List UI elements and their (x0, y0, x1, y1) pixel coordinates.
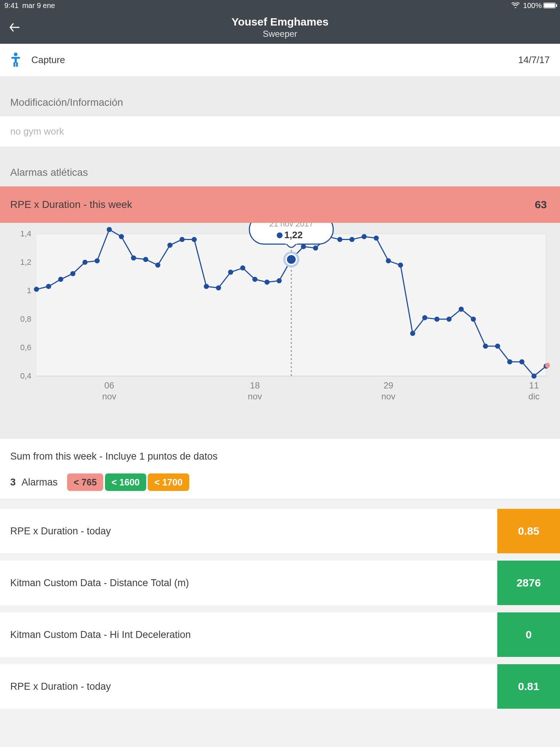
svg-point-0 (14, 53, 18, 56)
metric-row[interactable]: Kitman Custom Data - Hi Int Deceleration… (0, 612, 560, 657)
section-alarmas-header: Alarmas atléticas (0, 147, 560, 186)
svg-point-42 (252, 277, 257, 282)
svg-point-64 (519, 359, 524, 364)
metric-label: RPE x Duration - today (0, 664, 497, 709)
metric-value: 0.81 (497, 664, 560, 709)
header: Yousef Emghames Sweeper (0, 11, 560, 44)
svg-text:0,6: 0,6 (20, 343, 31, 352)
chart-container: 0,40,60,811,21,406nov18nov29nov11dic21 n… (0, 223, 560, 438)
summary-text: Sum from this week - Incluye 1 puntos de… (10, 451, 550, 462)
svg-point-49 (337, 237, 342, 242)
svg-rect-4 (16, 62, 18, 67)
svg-point-26 (58, 277, 63, 282)
svg-point-56 (422, 315, 427, 320)
alarm-header-row[interactable]: RPE x Duration - this week 63 (0, 186, 560, 223)
back-button[interactable] (7, 19, 23, 35)
svg-text:0,4: 0,4 (20, 371, 31, 380)
svg-text:dic: dic (528, 391, 540, 401)
statusbar-time: 9:41 (4, 1, 19, 10)
svg-point-44 (277, 278, 282, 283)
svg-point-30 (107, 227, 112, 232)
svg-point-52 (374, 236, 379, 241)
svg-point-53 (386, 258, 391, 263)
svg-rect-71 (285, 242, 297, 244)
svg-text:nov: nov (248, 391, 262, 401)
battery-indicator: 100% (523, 1, 556, 10)
svg-point-73 (277, 232, 283, 238)
battery-icon (543, 3, 556, 8)
svg-point-58 (447, 317, 452, 322)
svg-text:1,22: 1,22 (284, 229, 303, 240)
statusbar-date: mar 9 ene (22, 1, 55, 10)
svg-point-32 (131, 255, 136, 260)
svg-point-55 (410, 331, 415, 336)
metric-row[interactable]: RPE x Duration - today0.81 (0, 664, 560, 709)
note-text: no gym work (0, 116, 560, 147)
metric-value: 0 (497, 612, 560, 657)
metric-label: RPE x Duration - today (0, 509, 497, 553)
svg-point-24 (34, 287, 39, 292)
metric-value: 0.85 (497, 509, 560, 553)
svg-point-51 (362, 234, 367, 239)
svg-text:11: 11 (529, 380, 539, 390)
svg-point-57 (434, 317, 439, 322)
capture-row[interactable]: Capture 14/7/17 (0, 44, 560, 77)
svg-point-41 (240, 266, 245, 271)
svg-text:21 nov 2017: 21 nov 2017 (269, 223, 313, 228)
svg-point-46 (301, 244, 306, 249)
arrow-left-icon (8, 21, 21, 34)
capture-label: Capture (31, 54, 65, 66)
alarm-threshold-pill[interactable]: < 1700 (148, 473, 189, 491)
svg-point-27 (70, 271, 75, 276)
svg-point-47 (313, 245, 318, 251)
svg-rect-2 (15, 57, 17, 63)
page-subtitle: Sweeper (232, 29, 328, 39)
svg-rect-3 (13, 62, 15, 67)
person-icon (10, 52, 21, 68)
svg-text:1: 1 (27, 286, 31, 295)
svg-point-40 (228, 270, 233, 275)
svg-text:1,2: 1,2 (20, 258, 31, 267)
alarm-pills-row: 3 Alarmas < 765 < 1600 < 1700 (10, 477, 550, 488)
chart[interactable]: 0,40,60,811,21,406nov18nov29nov11dic21 n… (10, 223, 550, 416)
alarm-threshold-pill[interactable]: < 765 (67, 473, 103, 491)
alarm-header-value: 63 (535, 198, 547, 211)
battery-pct: 100% (523, 1, 542, 10)
alarm-count-number: 3 (10, 477, 16, 488)
alarm-header-label: RPE x Duration - this week (10, 199, 132, 210)
metric-row[interactable]: Kitman Custom Data - Distance Total (m)2… (0, 561, 560, 605)
svg-point-65 (532, 374, 537, 379)
svg-point-28 (82, 260, 88, 265)
svg-point-60 (471, 317, 476, 322)
svg-point-33 (143, 257, 148, 262)
svg-text:06: 06 (104, 380, 114, 390)
summary-block: Sum from this week - Incluye 1 puntos de… (0, 438, 560, 499)
svg-point-37 (192, 237, 197, 242)
svg-point-29 (94, 258, 100, 263)
svg-point-62 (495, 344, 500, 349)
metric-row[interactable]: RPE x Duration - today0.85 (0, 509, 560, 553)
svg-point-69 (286, 254, 296, 264)
section-modification-header: Modificación/Información (0, 77, 560, 116)
svg-point-38 (204, 284, 209, 289)
svg-point-39 (216, 285, 221, 290)
capture-date: 14/7/17 (518, 54, 550, 66)
svg-text:1,4: 1,4 (20, 229, 31, 238)
svg-text:nov: nov (381, 391, 396, 401)
metric-value: 2876 (497, 561, 560, 605)
alarm-count-label: Alarmas (22, 477, 58, 488)
svg-point-36 (179, 237, 184, 242)
alarm-threshold-pill[interactable]: < 1600 (105, 473, 146, 491)
svg-point-54 (398, 263, 403, 268)
wifi-icon (512, 1, 520, 10)
svg-point-59 (459, 307, 464, 312)
gap (0, 499, 560, 509)
svg-text:nov: nov (102, 391, 116, 401)
svg-point-31 (119, 234, 124, 239)
svg-point-50 (349, 237, 354, 242)
svg-point-25 (46, 284, 51, 289)
svg-text:29: 29 (384, 380, 393, 390)
page-title: Yousef Emghames (232, 16, 328, 28)
svg-point-63 (507, 359, 512, 364)
svg-text:18: 18 (250, 380, 260, 390)
